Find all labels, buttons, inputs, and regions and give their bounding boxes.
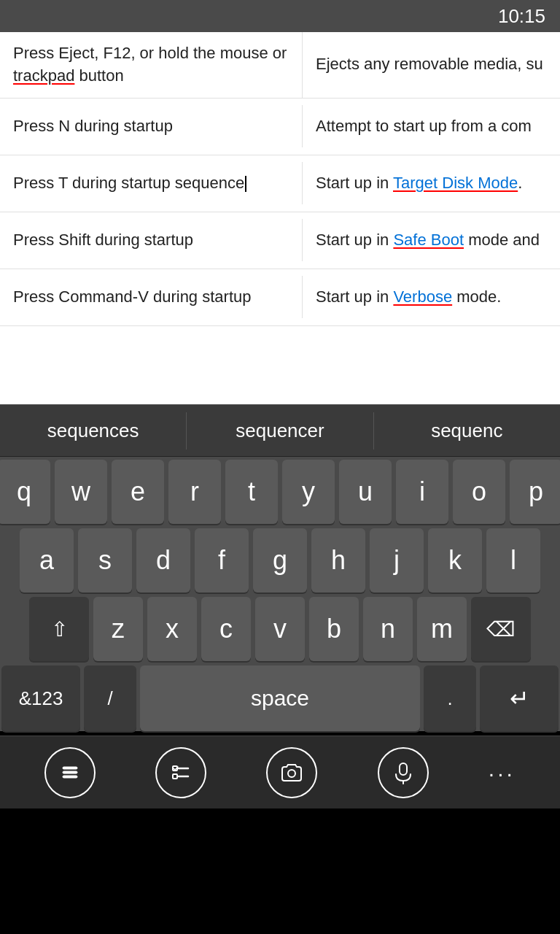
key-d[interactable]: d	[136, 528, 190, 593]
checklist-icon-button[interactable]	[155, 747, 206, 798]
key-p[interactable]: p	[510, 460, 560, 524]
key-n[interactable]: n	[363, 597, 413, 661]
table-row: Press T during startup sequence Start up…	[0, 155, 560, 212]
key-j[interactable]: j	[370, 528, 424, 593]
numbers-key[interactable]: &123	[1, 665, 80, 731]
list-icon	[57, 760, 83, 786]
text-cursor	[245, 176, 246, 192]
key-b[interactable]: b	[309, 597, 359, 661]
svg-point-8	[288, 770, 295, 777]
autocomplete-item-1[interactable]: sequences	[0, 412, 187, 449]
backspace-key[interactable]: ⌫	[471, 597, 531, 661]
key-q[interactable]: q	[0, 460, 50, 524]
cell-left-1: Press Eject, F12, or hold the mouse or t…	[0, 32, 303, 98]
key-u[interactable]: u	[339, 460, 392, 524]
enter-key[interactable]: ↵	[480, 665, 559, 731]
status-bar: 10:15	[0, 0, 560, 32]
table-row: Press Command-V during startup Start up …	[0, 269, 560, 326]
cell-right-5: Start up in Verbose mode.	[303, 276, 560, 319]
cell-left-2: Press N during startup	[0, 105, 303, 148]
bottom-toolbar: ...	[0, 736, 560, 808]
table-row: Press N during startup Attempt to start …	[0, 99, 560, 155]
keyboard-row-3: ⇧ z x c v b n m ⌫	[1, 597, 559, 661]
table-row: Press Eject, F12, or hold the mouse or t…	[0, 32, 560, 99]
key-y[interactable]: y	[282, 460, 335, 524]
key-r[interactable]: r	[168, 460, 221, 524]
camera-icon-button[interactable]	[266, 747, 317, 798]
key-a[interactable]: a	[20, 528, 74, 593]
cell-right-2: Attempt to start up from a com	[303, 105, 560, 148]
key-t[interactable]: t	[225, 460, 278, 524]
svg-rect-3	[63, 776, 77, 778]
svg-rect-1	[63, 767, 77, 769]
microphone-icon-button[interactable]	[378, 747, 429, 798]
trackpad-underline: trackpad	[13, 66, 74, 85]
key-k[interactable]: k	[428, 528, 482, 593]
cell-right-3: Start up in Target Disk Mode.	[303, 162, 560, 205]
key-i[interactable]: i	[396, 460, 448, 524]
key-c[interactable]: c	[201, 597, 251, 661]
content-area: Press Eject, F12, or hold the mouse or t…	[0, 32, 560, 404]
key-f[interactable]: f	[195, 528, 249, 593]
verbose-link: Verbose	[393, 287, 452, 306]
target-disk-mode-link: Target Disk Mode	[393, 174, 518, 192]
period-key[interactable]: .	[424, 665, 476, 731]
svg-rect-2	[63, 771, 77, 773]
keyboard: q w e r t y u i o p a s d f g h j k l ⇧ …	[0, 457, 560, 731]
autocomplete-bar: sequences sequencer sequenc	[0, 404, 560, 457]
key-g[interactable]: g	[253, 528, 307, 593]
cell-right-4: Start up in Safe Boot mode and	[303, 219, 560, 262]
autocomplete-item-2[interactable]: sequencer	[187, 412, 373, 449]
key-m[interactable]: m	[417, 597, 467, 661]
cell-left-4: Press Shift during startup	[0, 219, 303, 262]
space-key[interactable]: space	[140, 665, 420, 731]
keyboard-row-2: a s d f g h j k l	[1, 528, 559, 593]
camera-icon	[279, 760, 305, 786]
keyboard-row-4: &123 / space . ↵	[1, 665, 559, 731]
checklist-icon	[168, 760, 194, 786]
key-x[interactable]: x	[147, 597, 197, 661]
key-z[interactable]: z	[93, 597, 143, 661]
status-time: 10:15	[498, 5, 545, 28]
keyboard-row-1: q w e r t y u i o p	[1, 460, 559, 524]
slash-key[interactable]: /	[84, 665, 136, 731]
key-h[interactable]: h	[311, 528, 365, 593]
cell-left-3: Press T during startup sequence	[0, 162, 303, 205]
shift-key[interactable]: ⇧	[29, 597, 89, 661]
key-e[interactable]: e	[112, 460, 164, 524]
microphone-icon	[390, 760, 416, 786]
key-s[interactable]: s	[78, 528, 132, 593]
cell-right-1: Ejects any removable media, su	[303, 43, 560, 86]
autocomplete-item-3[interactable]: sequenc	[374, 412, 560, 449]
key-v[interactable]: v	[255, 597, 305, 661]
more-button[interactable]: ...	[489, 757, 516, 789]
key-o[interactable]: o	[453, 460, 505, 524]
svg-rect-5	[173, 774, 177, 779]
svg-rect-9	[400, 763, 407, 775]
key-l[interactable]: l	[486, 528, 540, 593]
cell-left-5: Press Command-V during startup	[0, 276, 303, 319]
key-w[interactable]: w	[55, 460, 107, 524]
safe-boot-link: Safe Boot	[393, 231, 464, 249]
table-row: Press Shift during startup Start up in S…	[0, 212, 560, 269]
list-icon-button[interactable]	[44, 747, 96, 798]
